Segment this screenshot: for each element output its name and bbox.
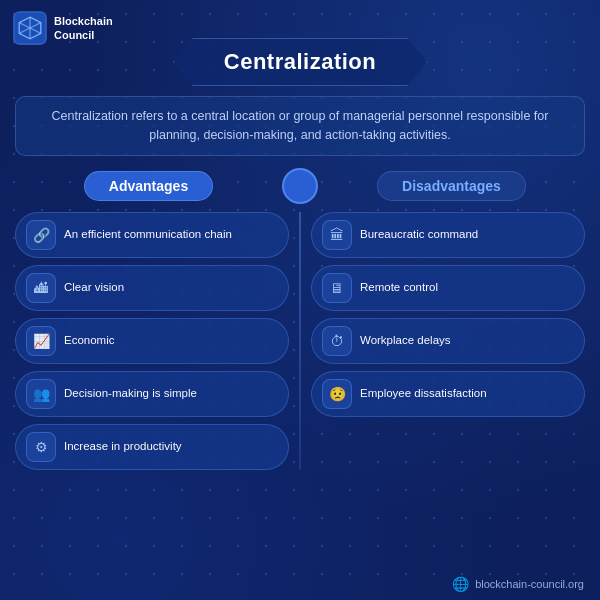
item-pill-decision-making: 👥Decision-making is simple (15, 371, 289, 417)
disadvantages-header: Disadvantages (377, 171, 526, 201)
item-label-efficient-comm: An efficient communication chain (64, 227, 232, 242)
item-pill-productivity: ⚙Increase in productivity (15, 424, 289, 470)
item-pill-economic: 📈Economic (15, 318, 289, 364)
description-text: Centralization refers to a central locat… (36, 107, 564, 145)
item-icon-bureaucratic: 🏛 (322, 220, 352, 250)
column-divider (299, 212, 301, 470)
item-label-remote-control: Remote control (360, 280, 438, 295)
item-pill-bureaucratic: 🏛Bureaucratic command (311, 212, 585, 258)
item-label-workplace-delays: Workplace delays (360, 333, 451, 348)
columns-header: Advantages Disadvantages (15, 168, 585, 204)
item-label-bureaucratic: Bureaucratic command (360, 227, 478, 242)
item-pill-workplace-delays: ⏱Workplace delays (311, 318, 585, 364)
item-icon-workplace-delays: ⏱ (322, 326, 352, 356)
item-label-productivity: Increase in productivity (64, 439, 182, 454)
item-icon-clear-vision: 🏙 (26, 273, 56, 303)
item-icon-efficient-comm: 🔗 (26, 220, 56, 250)
center-divider-circle (282, 168, 318, 204)
item-icon-economic: 📈 (26, 326, 56, 356)
advantages-column: 🔗An efficient communication chain🏙Clear … (15, 212, 289, 470)
logo: Blockchain Council (12, 10, 113, 46)
item-pill-employee-dissatisfaction: 😟Employee dissatisfaction (311, 371, 585, 417)
item-pill-clear-vision: 🏙Clear vision (15, 265, 289, 311)
logo-text: Blockchain Council (54, 14, 113, 43)
title-container: Centralization (173, 38, 427, 86)
items-grid: 🔗An efficient communication chain🏙Clear … (15, 212, 585, 470)
item-label-clear-vision: Clear vision (64, 280, 124, 295)
advantages-header: Advantages (84, 171, 213, 201)
item-label-economic: Economic (64, 333, 115, 348)
item-icon-remote-control: 🖥 (322, 273, 352, 303)
blockchain-logo-icon (12, 10, 48, 46)
item-icon-productivity: ⚙ (26, 432, 56, 462)
item-pill-remote-control: 🖥Remote control (311, 265, 585, 311)
page-title: Centralization (224, 49, 376, 74)
item-label-employee-dissatisfaction: Employee dissatisfaction (360, 386, 487, 401)
item-pill-efficient-comm: 🔗An efficient communication chain (15, 212, 289, 258)
item-icon-decision-making: 👥 (26, 379, 56, 409)
description-box: Centralization refers to a central locat… (15, 96, 585, 156)
disadvantages-column: 🏛Bureaucratic command🖥Remote control⏱Wor… (311, 212, 585, 470)
item-label-decision-making: Decision-making is simple (64, 386, 197, 401)
item-icon-employee-dissatisfaction: 😟 (322, 379, 352, 409)
